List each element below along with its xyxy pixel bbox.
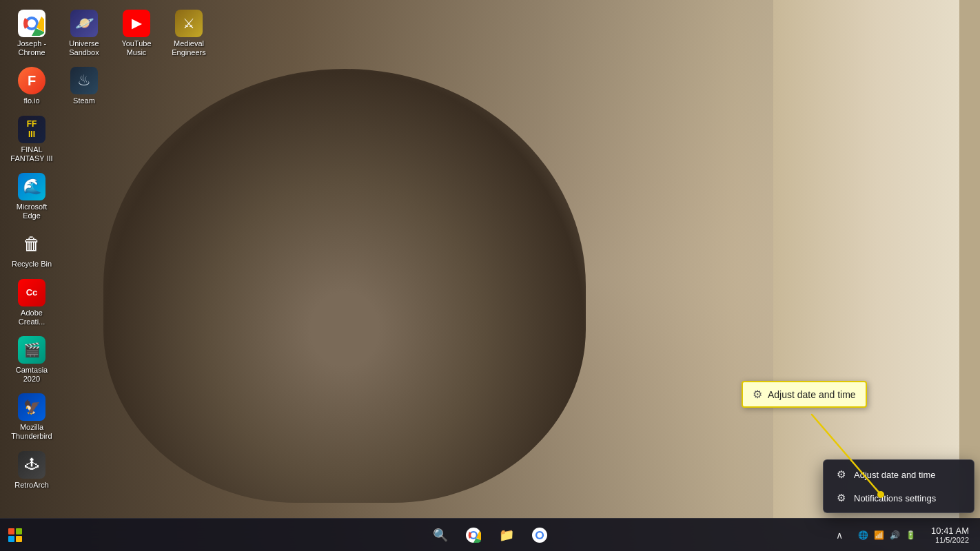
search-button[interactable]: 🔍 <box>425 520 456 550</box>
desktop-icon-floio[interactable]: F flo.io <box>7 64 57 108</box>
ff-label: FINAL FANTASY III <box>10 145 54 163</box>
desktop-icon-medieval[interactable]: ⚔ Medieval Engineers <box>164 7 214 60</box>
time-display: 10:41 AM <box>931 526 969 536</box>
desktop-icon-camtasia[interactable]: 🎬 Camtasia 2020 <box>7 333 57 386</box>
annotation-gear-icon: ⚙ <box>753 388 762 401</box>
win-logo-blue <box>8 536 14 542</box>
taskbar: 🔍 📁 ∧ <box>0 518 980 551</box>
system-tray[interactable]: ∧ <box>830 527 848 543</box>
win-logo-red <box>8 528 14 534</box>
floio-label: flo.io <box>23 96 39 105</box>
desktop-icon-chrome[interactable]: Joseph - Chrome <box>7 7 57 60</box>
windows-logo <box>8 528 22 542</box>
retroarch-label: RetroArch <box>14 481 49 490</box>
datetime-area[interactable]: 10:41 AM 11/5/2022 <box>926 524 974 545</box>
adobe-label: Adobe Creati... <box>10 309 54 326</box>
start-button[interactable] <box>0 520 30 550</box>
medieval-label: Medieval Engineers <box>167 39 211 57</box>
win-logo-yellow <box>16 536 22 542</box>
edge-label: Microsoft Edge <box>10 202 54 220</box>
desktop-icon-recycle[interactable]: 🗑 Recycle Bin <box>7 227 57 271</box>
desktop-icon-edge[interactable]: 🌊 Microsoft Edge <box>7 170 57 223</box>
context-menu-item-notifications[interactable]: ⚙ Notifications settings <box>824 486 974 510</box>
camtasia-label: Camtasia 2020 <box>10 366 54 384</box>
taskbar-right: ∧ 🌐 📶 🔊 🔋 10:41 AM 11/5/2022 <box>830 524 974 545</box>
desktop-icon-youtube[interactable]: ▶ YouTube Music <box>112 7 161 60</box>
sound-icon: 🔊 <box>890 530 900 540</box>
universe-label: Universe Sandbox <box>62 39 106 57</box>
taskbar-center: 🔍 📁 <box>425 520 555 550</box>
chevron-up-icon: ∧ <box>836 530 843 541</box>
svg-point-10 <box>537 532 542 537</box>
network-icons[interactable]: 🌐 📶 🔊 🔋 <box>853 528 921 543</box>
adjust-date-label: Adjust date and time <box>854 470 936 480</box>
desktop-icon-retroarch[interactable]: 🕹 RetroArch <box>7 448 57 492</box>
context-menu: ⚙ Adjust date and time ⚙ Notifications s… <box>823 459 974 513</box>
network-icon: 🌐 <box>858 530 868 540</box>
right-wall <box>773 0 980 530</box>
battery-icon: 🔋 <box>906 530 916 540</box>
annotation-box: ⚙ Adjust date and time <box>742 381 867 408</box>
taskbar-chrome[interactable] <box>458 520 489 550</box>
notifications-label: Notifications settings <box>854 493 936 503</box>
annotation-tooltip-text: Adjust date and time <box>768 389 856 400</box>
adjust-date-icon: ⚙ <box>835 468 847 481</box>
win-logo-green <box>16 528 22 534</box>
thunderbird-label: Mozilla Thunderbird <box>10 423 54 441</box>
desktop-icon-adobe[interactable]: Cc Adobe Creati... <box>7 276 57 329</box>
date-display: 11/5/2022 <box>935 536 969 544</box>
taskbar-chrome2[interactable] <box>524 520 555 550</box>
desktop-icon-universe[interactable]: 🪐 Universe Sandbox <box>59 7 109 60</box>
icon-column-1: Joseph - Chrome 🪐 Universe Sandbox ▶ You… <box>7 7 214 495</box>
desktop-icon-steam[interactable]: ♨ Steam <box>59 64 109 108</box>
desktop-icon-thunderbird[interactable]: 🦅 Mozilla Thunderbird <box>7 391 57 444</box>
annotation-tooltip: ⚙ Adjust date and time <box>742 381 867 408</box>
desktop-icons-area: Joseph - Chrome 🪐 Universe Sandbox ▶ You… <box>0 0 221 502</box>
desktop-icon-ff[interactable]: FFIII FINAL FANTASY III <box>7 113 57 166</box>
steam-label: Steam <box>73 96 95 105</box>
youtube-label: YouTube Music <box>114 39 159 57</box>
svg-point-7 <box>471 532 476 537</box>
chrome-label: Joseph - Chrome <box>10 39 54 57</box>
recycle-label: Recycle Bin <box>12 260 52 269</box>
taskbar-files[interactable]: 📁 <box>491 520 522 550</box>
svg-point-2 <box>28 19 36 28</box>
notifications-icon: ⚙ <box>835 492 847 504</box>
context-menu-item-adjust-date[interactable]: ⚙ Adjust date and time <box>824 463 974 486</box>
wifi-icon: 📶 <box>874 530 884 540</box>
